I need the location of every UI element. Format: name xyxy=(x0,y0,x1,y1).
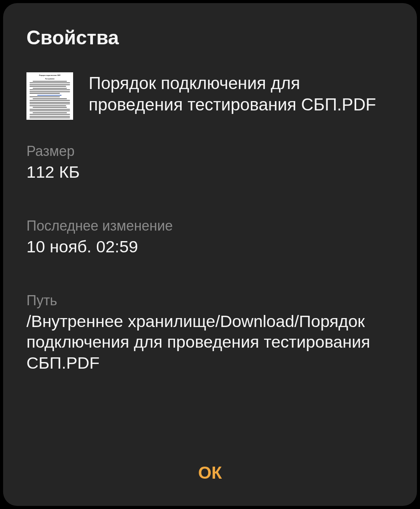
modified-property: Последнее изменение 10 нояб. 02:59 xyxy=(26,218,394,257)
dialog-title: Свойства xyxy=(26,26,394,49)
file-name: Порядок подключения для проведения тести… xyxy=(89,72,394,120)
ok-button[interactable]: ОК xyxy=(3,463,417,483)
file-header: Порядок подключения СБП Тестирование xyxy=(26,72,394,120)
modified-value: 10 нояб. 02:59 xyxy=(26,236,394,257)
path-property: Путь /Внутреннее хранилище/Download/Поря… xyxy=(26,292,394,374)
file-thumbnail-icon: Порядок подключения СБП Тестирование xyxy=(26,72,73,120)
path-label: Путь xyxy=(26,292,394,309)
size-property: Размер 112 КБ xyxy=(26,143,394,183)
properties-dialog: Свойства Порядок подключения СБП Тестиро… xyxy=(3,3,417,506)
size-value: 112 КБ xyxy=(26,162,394,183)
path-value: /Внутреннее хранилище/Download/Порядок п… xyxy=(26,311,394,374)
size-label: Размер xyxy=(26,143,394,159)
modified-label: Последнее изменение xyxy=(26,218,394,234)
